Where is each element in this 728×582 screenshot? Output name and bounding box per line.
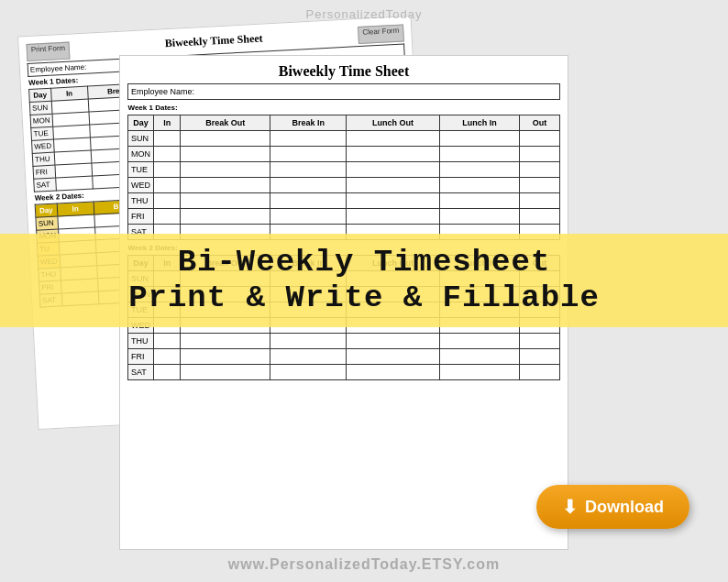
front-wed-row: WED bbox=[128, 178, 560, 193]
download-icon: ⬇ bbox=[562, 496, 578, 518]
banner-line2: Print & Write & Fillable bbox=[128, 280, 600, 316]
front-tue-row: TUE bbox=[128, 162, 560, 178]
front-col-breakin: Break In bbox=[270, 115, 347, 131]
front-w2-thu-row: THU bbox=[128, 334, 560, 349]
front-timesheet-table: Employee Name: Week 1 Dates: Day In Brea… bbox=[127, 83, 560, 380]
front-col-day: Day bbox=[128, 115, 154, 131]
top-watermark: PersonalizedToday bbox=[0, 7, 728, 21]
front-employee-label: Employee Name: bbox=[128, 84, 560, 100]
front-w2-sat-row: SAT bbox=[128, 365, 560, 380]
download-label: Download bbox=[585, 498, 664, 517]
front-week1-label: Week 1 Dates: bbox=[128, 100, 560, 115]
main-container: PersonalizedToday Print Form Biweekly Ti… bbox=[0, 0, 728, 582]
bottom-url: www.PersonalizedToday.ETSY.com bbox=[0, 556, 728, 573]
front-header-row: Day In Break Out Break In Lunch Out Lunc… bbox=[128, 115, 560, 131]
banner-overlay: Bi-Weekly Timesheet Print & Write & Fill… bbox=[0, 234, 728, 327]
front-sun-row: SUN bbox=[128, 131, 560, 147]
front-col-lunchin: Lunch In bbox=[439, 115, 519, 131]
back-col-day: Day bbox=[29, 88, 51, 102]
front-week1-label-row: Week 1 Dates: bbox=[128, 100, 560, 115]
front-mon-row: MON bbox=[128, 147, 560, 162]
front-sheet-title: Biweekly Time Sheet bbox=[127, 63, 560, 80]
download-button[interactable]: ⬇ Download bbox=[536, 485, 689, 529]
front-col-breakout: Break Out bbox=[181, 115, 270, 131]
front-col-lunchout: Lunch Out bbox=[347, 115, 440, 131]
front-thu-row: THU bbox=[128, 193, 560, 209]
clear-form-btn[interactable]: Clear Form bbox=[358, 25, 404, 45]
front-employee-row: Employee Name: bbox=[128, 84, 560, 100]
front-w2-fri-row: FRI bbox=[128, 349, 560, 365]
banner-line1: Bi-Weekly Timesheet bbox=[178, 245, 551, 280]
front-col-out: Out bbox=[519, 115, 559, 131]
front-fri-row: FRI bbox=[128, 209, 560, 225]
front-col-in: In bbox=[154, 115, 181, 131]
print-form-btn[interactable]: Print Form bbox=[27, 42, 71, 61]
